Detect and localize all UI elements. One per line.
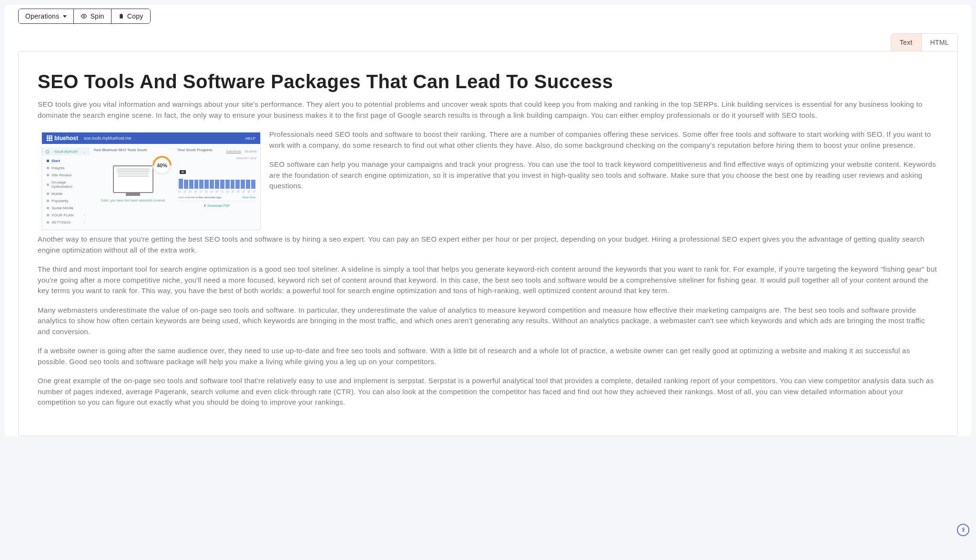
chart-footer: Last scanned a few seconds ago Scan Now: [177, 196, 256, 199]
visibility-icon: [81, 13, 87, 20]
scan-now: Scan Now: [243, 196, 255, 199]
copy-button[interactable]: Copy: [112, 9, 150, 23]
article-paragraph: Another way to ensure that you're gettin…: [38, 234, 938, 255]
sidebar-section-settings: SETTINGS›: [42, 219, 90, 226]
article-paragraph: The third and most important tool for se…: [38, 264, 938, 296]
progress-chart: 40: [177, 162, 256, 190]
last-scanned: Last scanned a few seconds ago: [178, 196, 222, 199]
home-icon: [46, 150, 49, 153]
tabs-row: Text HTML: [5, 24, 971, 51]
operations-label: Operations: [25, 12, 59, 20]
sidebar-section-plan: YOUR PLAN›: [42, 212, 90, 219]
progress-panel: Your Score Progress 3 MONTHS 15 DAYS JAN…: [177, 148, 256, 226]
score-value: 40%: [157, 163, 167, 168]
score-visual: 40%: [93, 155, 173, 193]
article-paragraph: SEO tools give you vital information and…: [38, 99, 938, 121]
report-label: YOUR REPORT: [54, 150, 78, 153]
dashboard-main: Your Bluehost SEO Tools Score 40% Solid,…: [90, 144, 260, 230]
range-15days: 15 DAYS: [245, 150, 256, 153]
clipboard-icon: [118, 13, 124, 20]
help-link: HELP: [245, 136, 255, 141]
article-paragraph: One great example of the on-page seo too…: [38, 376, 938, 408]
article-paragraph: If a website owner is going after the sa…: [38, 346, 938, 367]
chart-date: JANUARY 2018: [177, 157, 256, 160]
sidebar-item-social: Social Media: [42, 204, 90, 212]
score-panel: Your Bluehost SEO Tools Score 40% Solid,…: [93, 148, 173, 226]
article-card: SEO Tools And Software Packages That Can…: [18, 51, 958, 436]
copy-label: Copy: [127, 12, 143, 20]
sidebar-item-insights: Insights: [42, 164, 90, 172]
article-title: SEO Tools And Software Packages That Can…: [38, 71, 938, 92]
dashboard-header: bluehost soe.tools.mybluehost.me HELP: [42, 132, 260, 144]
dashboard-url: soe.tools.mybluehost.me: [84, 136, 240, 141]
dashboard-sidebar: YOUR REPORT ⌄ Start Insights Site Review…: [42, 144, 90, 230]
page-container: Operations Spin Copy Text HTML: [5, 5, 971, 436]
toolbar: Operations Spin Copy: [5, 5, 971, 24]
tab-text[interactable]: Text: [891, 34, 922, 51]
brand-text: bluehost: [54, 135, 78, 142]
view-tabs: Text HTML: [891, 33, 958, 51]
svg-point-0: [83, 15, 85, 17]
range-3months: 3 MONTHS: [226, 150, 241, 153]
progress-panel-title: Your Score Progress: [177, 148, 213, 152]
sidebar-item-popularity: Popularity: [42, 197, 90, 204]
article-paragraph: Many webmasters underestimate the value …: [38, 305, 938, 337]
score-caption: Solid, you have the basic elements cover…: [93, 199, 173, 202]
operations-dropdown-button[interactable]: Operations: [19, 9, 74, 23]
monitor-icon: [113, 165, 153, 193]
dashboard-body: YOUR REPORT ⌄ Start Insights Site Review…: [42, 144, 260, 230]
embedded-seo-dashboard: bluehost soe.tools.mybluehost.me HELP YO…: [41, 132, 261, 230]
range-toggle: 3 MONTHS 15 DAYS: [226, 150, 256, 153]
download-pdf: ⬇ Download PDF: [177, 201, 256, 211]
score-panel-title: Your Bluehost SEO Tools Score: [93, 148, 173, 152]
sidebar-section-report: YOUR REPORT ⌄: [42, 148, 90, 155]
svg-rect-1: [120, 14, 123, 19]
bluehost-logo: bluehost: [47, 135, 78, 142]
chart-tooltip: 40: [180, 170, 186, 174]
svg-rect-2: [121, 14, 122, 15]
grid-icon: [47, 135, 52, 141]
caret-down-icon: [63, 15, 67, 18]
sidebar-item-sitereview: Site Review: [42, 172, 90, 179]
toolbar-button-group: Operations Spin Copy: [18, 9, 151, 24]
chart-xlabels: 131415161718192021222324252627: [177, 190, 256, 193]
spin-button[interactable]: Spin: [74, 9, 111, 23]
sidebar-item-start: Start: [42, 157, 90, 164]
chevron-down-icon: ⌄: [83, 150, 86, 153]
spin-label: Spin: [90, 12, 104, 20]
sidebar-item-onpage: On-page Optimization: [42, 179, 90, 190]
sidebar-item-mobile: Mobile: [42, 190, 90, 197]
chart-bars: [179, 163, 255, 189]
tab-html[interactable]: HTML: [922, 34, 957, 51]
